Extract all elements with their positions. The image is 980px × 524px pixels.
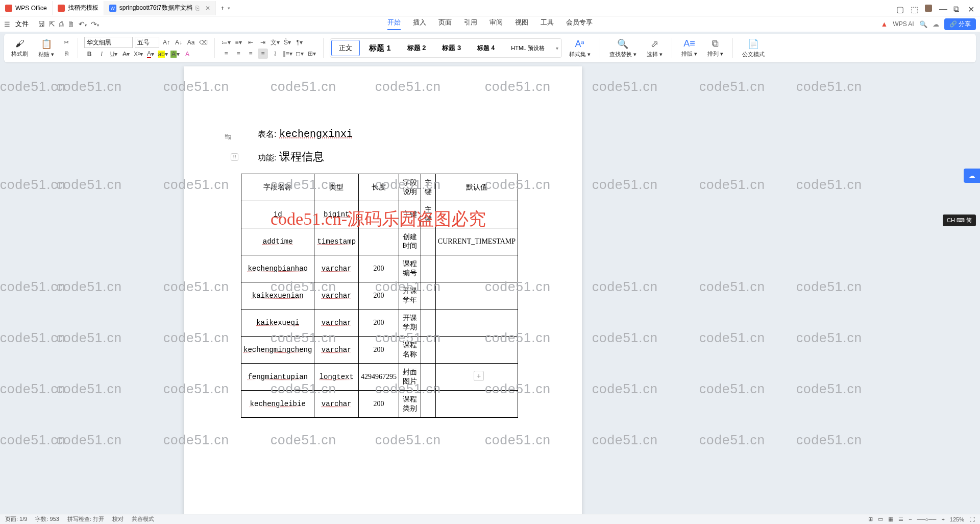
- table-cell[interactable]: [359, 228, 399, 255]
- redo-icon[interactable]: ↷▾: [91, 20, 99, 28]
- workspace-icon[interactable]: ▢: [896, 5, 903, 12]
- table-cell[interactable]: varchar: [314, 337, 359, 364]
- style-body[interactable]: 正文: [331, 40, 360, 56]
- style-h1[interactable]: 标题 1: [362, 40, 398, 56]
- table-row[interactable]: addtimetimestamp创建时间CURRENT_TIMESTAMP: [241, 228, 518, 255]
- table-cell[interactable]: 主键: [399, 201, 421, 228]
- wpsai-label[interactable]: WPS AI: [893, 20, 914, 28]
- share-button[interactable]: 🔗 分享: [944, 18, 976, 30]
- style-html[interactable]: HTML 预设格: [504, 41, 552, 55]
- tab-view[interactable]: 视图: [515, 18, 528, 30]
- table-cell[interactable]: 主键: [421, 201, 435, 228]
- tab-reference[interactable]: 引用: [464, 18, 477, 30]
- cloud-panel-icon[interactable]: ☁: [964, 169, 980, 183]
- table-cell[interactable]: [421, 309, 435, 337]
- shading-icon[interactable]: A▾: [170, 49, 180, 59]
- line-spacing-icon[interactable]: ‖≡▾: [282, 49, 292, 59]
- table-cell[interactable]: 200: [359, 337, 399, 364]
- table-cell[interactable]: [435, 337, 518, 364]
- zoom-out-icon[interactable]: −: [909, 516, 912, 522]
- hamburger-icon[interactable]: ☰: [4, 20, 10, 28]
- status-spell[interactable]: 拼写检查: 打开: [67, 515, 104, 523]
- new-tab-button[interactable]: + ▾: [216, 1, 235, 15]
- table-cell[interactable]: 200: [359, 391, 399, 418]
- fit-icon[interactable]: ⛶: [969, 516, 975, 522]
- para-shading-icon[interactable]: ◻▾: [295, 49, 305, 59]
- app-tab-templates[interactable]: 找稻壳模板: [53, 1, 104, 15]
- table-cell[interactable]: 开课学年: [399, 282, 421, 309]
- zoom-value[interactable]: 125%: [950, 516, 964, 522]
- text-direction-icon[interactable]: 文▾: [270, 37, 280, 47]
- official-mode-button[interactable]: 📄 公文模式: [739, 38, 768, 58]
- table-cell[interactable]: fengmiantupian: [241, 364, 314, 391]
- change-case-icon[interactable]: Aa: [186, 37, 196, 47]
- grow-font-icon[interactable]: A↑: [161, 37, 172, 47]
- table-cell[interactable]: 4294967295: [359, 364, 399, 391]
- view-web-icon[interactable]: ▦: [888, 516, 893, 522]
- table-cell[interactable]: CURRENT_TIMESTAMP: [435, 228, 518, 255]
- highlight-icon[interactable]: ab▾: [158, 49, 168, 59]
- table-cell[interactable]: timestamp: [314, 228, 359, 255]
- style-h4[interactable]: 标题 4: [470, 41, 502, 56]
- view-print-icon[interactable]: ⊞: [868, 516, 873, 522]
- sort-icon[interactable]: Ŝ▾: [282, 37, 292, 47]
- table-row[interactable]: kechengleibievarchar200课程类别: [241, 391, 518, 418]
- table-row[interactable]: kaikexueqivarchar200开课学期: [241, 309, 518, 337]
- tab-page[interactable]: 页面: [438, 18, 452, 30]
- avatar-icon[interactable]: [925, 5, 932, 12]
- zoom-in-icon[interactable]: +: [941, 516, 944, 522]
- search-icon[interactable]: 🔍: [919, 20, 927, 28]
- table-cell[interactable]: [421, 228, 435, 255]
- align-justify-icon[interactable]: ≡: [258, 49, 268, 59]
- table-row[interactable]: idbigint主键主键: [241, 201, 518, 228]
- cut-icon[interactable]: ✂: [61, 37, 71, 47]
- maximize-icon[interactable]: ⧉: [953, 5, 961, 12]
- tab-tools[interactable]: 工具: [541, 18, 554, 30]
- status-words[interactable]: 字数: 953: [35, 515, 59, 523]
- font-color-icon[interactable]: A▾: [145, 49, 156, 59]
- format-painter-button[interactable]: 🖌 格式刷: [8, 38, 31, 58]
- borders-icon[interactable]: ⊞▾: [307, 49, 317, 59]
- paragraph-mark-icon[interactable]: ¶▾: [295, 37, 305, 47]
- table-cell[interactable]: 200: [359, 309, 399, 337]
- tab-member[interactable]: 会员专享: [566, 18, 593, 30]
- status-proof[interactable]: 校对: [112, 515, 124, 523]
- superscript-icon[interactable]: X²▾: [133, 49, 143, 59]
- export-icon[interactable]: ⇱: [49, 20, 55, 28]
- tab-home[interactable]: 开始: [387, 18, 401, 30]
- bold-icon[interactable]: B: [84, 49, 94, 59]
- table-cell[interactable]: kechengmingcheng: [241, 337, 314, 364]
- table-cell[interactable]: [435, 391, 518, 418]
- table-cell[interactable]: kaikexueqi: [241, 309, 314, 337]
- app-tab-wps[interactable]: WPS Office: [0, 1, 53, 15]
- font-effect-icon[interactable]: A: [182, 49, 192, 59]
- decrease-indent-icon[interactable]: ⇤: [246, 37, 256, 47]
- table-cell[interactable]: bigint: [314, 201, 359, 228]
- document-canvas[interactable]: ↹ 表名: kechengxinxi ⠿ 功能: 课程信息 字段名称 类型 长度…: [0, 64, 980, 514]
- table-cell[interactable]: varchar: [314, 391, 359, 418]
- table-cell[interactable]: [435, 282, 518, 309]
- table-cell[interactable]: kechengbianhao: [241, 255, 314, 282]
- table-cell[interactable]: 课程编号: [399, 255, 421, 282]
- file-menu[interactable]: 文件: [15, 19, 29, 29]
- table-row[interactable]: kechengbianhaovarchar200课程编号: [241, 255, 518, 282]
- schema-table[interactable]: 字段名称 类型 长度 字段说明 主键 默认值 idbigint主键主键addti…: [241, 174, 518, 418]
- increase-indent-icon[interactable]: ⇥: [258, 37, 268, 47]
- copy-icon[interactable]: ⎘: [61, 49, 71, 59]
- print-preview-icon[interactable]: 🗎: [67, 20, 75, 28]
- style-h2[interactable]: 标题 2: [400, 40, 433, 56]
- strike-icon[interactable]: A̶▾: [121, 49, 131, 59]
- table-cell[interactable]: [421, 282, 435, 309]
- align-center-icon[interactable]: ≡: [233, 49, 243, 59]
- table-cell[interactable]: [359, 201, 399, 228]
- table-cell[interactable]: 开课学期: [399, 309, 421, 337]
- layout-button[interactable]: A≡ 排版 ▾: [678, 38, 700, 58]
- table-row[interactable]: kechengmingchengvarchar200课程名称: [241, 337, 518, 364]
- status-compat[interactable]: 兼容模式: [132, 515, 154, 523]
- shrink-font-icon[interactable]: A↓: [174, 37, 184, 47]
- table-cell[interactable]: 封面图片: [399, 364, 421, 391]
- wpsai-icon[interactable]: ▲: [880, 20, 888, 28]
- table-cell[interactable]: 课程类别: [399, 391, 421, 418]
- function-line[interactable]: 功能: 课程信息: [258, 149, 551, 164]
- table-cell[interactable]: 200: [359, 255, 399, 282]
